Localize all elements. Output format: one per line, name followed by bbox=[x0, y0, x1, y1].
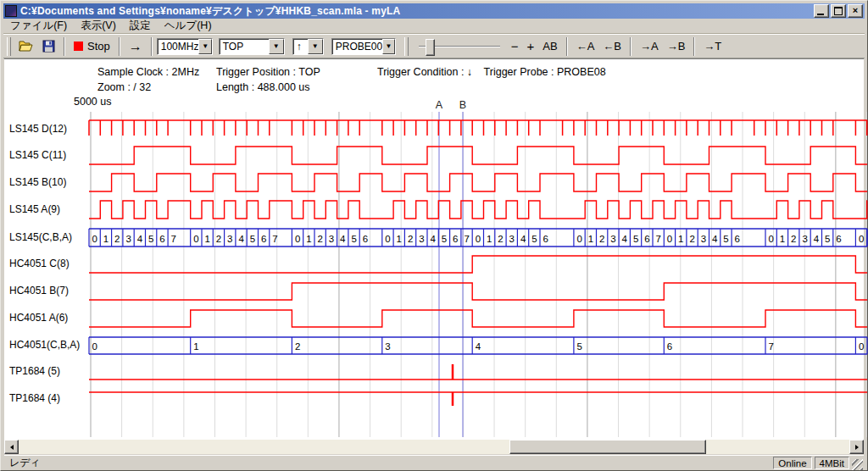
trigger-probe-info: Trigger Probe : PROBE08 bbox=[484, 66, 606, 78]
channel-label-hc4051-bus: HC4051(C,B,A) bbox=[9, 339, 80, 351]
chevron-down-icon[interactable]: ▼ bbox=[269, 39, 284, 54]
trigger-condition-label: Trigger Condition : bbox=[377, 66, 464, 78]
status-bar: レディ Online 4MBit bbox=[4, 455, 864, 470]
trigger-edge-select[interactable]: ↑ ▼ bbox=[292, 38, 324, 55]
channel-label-ls145-a: LS145 A(9) bbox=[9, 203, 60, 215]
horizontal-scrollbar[interactable] bbox=[4, 440, 864, 454]
goto-cursor-b-button[interactable]: ←B bbox=[598, 37, 626, 56]
menu-help[interactable]: ヘルプ(H) bbox=[158, 18, 219, 34]
channel-label-hc4051-a: HC4051 A(6) bbox=[9, 312, 68, 324]
menu-view[interactable]: 表示(V) bbox=[74, 18, 123, 34]
trigger-condition-info: Trigger Condition : ↓ Trigger Probe : PR… bbox=[377, 66, 606, 78]
length-info: Length : 488.000 us bbox=[216, 81, 310, 93]
resize-grip[interactable] bbox=[852, 459, 863, 470]
zoom-slider[interactable] bbox=[419, 38, 500, 55]
waveform-client-area bbox=[4, 58, 864, 441]
falling-edge-icon: ↓ bbox=[467, 66, 472, 78]
title-bar: C:¥Documents and Settings¥noname¥デスクトップ¥… bbox=[3, 3, 865, 19]
channel-label-hc4051-b: HC4051 B(7) bbox=[9, 285, 69, 296]
set-cursor-a-button[interactable]: →A bbox=[636, 37, 663, 56]
channel-label-ls145-b: LS145 B(10) bbox=[9, 176, 66, 188]
toolbar-separator bbox=[151, 37, 153, 56]
zoom-out-button[interactable]: − bbox=[507, 37, 523, 56]
zoom-slider-thumb[interactable] bbox=[426, 39, 435, 56]
set-cursor-b-button[interactable]: →B bbox=[663, 37, 690, 56]
maximize-icon bbox=[834, 7, 843, 15]
sample-clock-value: 100MHz bbox=[161, 41, 199, 53]
toolbar-separator bbox=[693, 37, 695, 56]
floppy-icon bbox=[42, 40, 55, 53]
toolbar: Stop → 100MHz ▼ TOP ▼ ↑ ▼ PROBE00 ▼ − + bbox=[3, 34, 865, 58]
save-button[interactable] bbox=[38, 37, 59, 56]
goto-cursor-a-button[interactable]: ←A bbox=[572, 37, 599, 56]
toolbar-separator bbox=[119, 37, 120, 56]
channel-label-tp1684-4: TP1684 (4) bbox=[9, 392, 60, 404]
scroll-right-button[interactable] bbox=[849, 440, 864, 454]
minimize-icon bbox=[817, 14, 824, 15]
stop-button[interactable]: Stop bbox=[70, 37, 114, 56]
stop-label: Stop bbox=[87, 40, 110, 53]
menu-bar: ファイル(F) 表示(V) 設定 ヘルプ(H) bbox=[3, 19, 865, 34]
status-online-badge: Online bbox=[773, 457, 811, 469]
toolbar-grip bbox=[404, 37, 409, 56]
trigger-probe-value: PROBE00 bbox=[336, 41, 382, 53]
menu-file[interactable]: ファイル(F) bbox=[3, 18, 74, 34]
sample-clock-info: Sample Clock : 2MHz bbox=[97, 66, 199, 78]
run-button[interactable]: → bbox=[125, 37, 147, 56]
zoom-info: Zoom : / 32 bbox=[97, 81, 151, 93]
channel-label-ls145-bus: LS145(C,B,A) bbox=[9, 231, 72, 243]
menu-settings[interactable]: 設定 bbox=[123, 18, 158, 34]
toolbar-separator bbox=[566, 37, 568, 56]
app-icon bbox=[5, 5, 17, 17]
chevron-down-icon[interactable]: ▼ bbox=[382, 39, 395, 54]
sample-clock-select[interactable]: 100MHz ▼ bbox=[157, 38, 213, 55]
open-file-button[interactable] bbox=[14, 37, 38, 56]
window-title: C:¥Documents and Settings¥noname¥デスクトップ¥… bbox=[20, 4, 812, 19]
status-memory-badge: 4MBit bbox=[815, 457, 849, 469]
channel-label-hc4051-c: HC4051 C(8) bbox=[9, 258, 70, 269]
scroll-left-button[interactable] bbox=[4, 440, 19, 454]
trigger-edge-value: ↑ bbox=[297, 41, 302, 53]
trigger-position-select[interactable]: TOP ▼ bbox=[219, 38, 285, 55]
app-window: C:¥Documents and Settings¥noname¥デスクトップ¥… bbox=[0, 0, 868, 471]
trigger-position-value: TOP bbox=[223, 41, 243, 53]
close-button[interactable]: × bbox=[848, 4, 863, 18]
scrollbar-thumb[interactable] bbox=[509, 440, 706, 454]
zoom-in-button[interactable]: + bbox=[523, 37, 539, 56]
maximize-button[interactable] bbox=[831, 4, 846, 18]
scroll-right-icon bbox=[855, 445, 861, 450]
channel-label-ls145-c: LS145 C(11) bbox=[9, 149, 66, 161]
scroll-left-icon bbox=[8, 445, 14, 450]
toolbar-separator bbox=[630, 37, 632, 56]
chevron-down-icon[interactable]: ▼ bbox=[198, 39, 211, 54]
stop-icon bbox=[74, 42, 83, 51]
open-folder-icon bbox=[19, 40, 34, 53]
trigger-position-info: Trigger Position : TOP bbox=[216, 66, 320, 78]
close-icon: × bbox=[853, 5, 858, 15]
channel-label-ls145-d: LS145 D(12) bbox=[9, 123, 67, 135]
trigger-probe-select[interactable]: PROBE00 ▼ bbox=[331, 38, 396, 55]
chevron-down-icon[interactable]: ▼ bbox=[308, 39, 323, 54]
minimize-button[interactable] bbox=[814, 4, 829, 18]
timebase-label: 5000 us bbox=[74, 96, 111, 108]
toolbar-separator bbox=[64, 37, 65, 56]
status-ready-text: レディ bbox=[9, 456, 771, 470]
goto-trigger-button[interactable]: →T bbox=[699, 37, 726, 56]
channel-label-tp1684-5: TP1684 (5) bbox=[9, 365, 60, 377]
ab-range-button[interactable]: AB bbox=[538, 37, 561, 56]
toolbar-grip bbox=[7, 37, 11, 56]
